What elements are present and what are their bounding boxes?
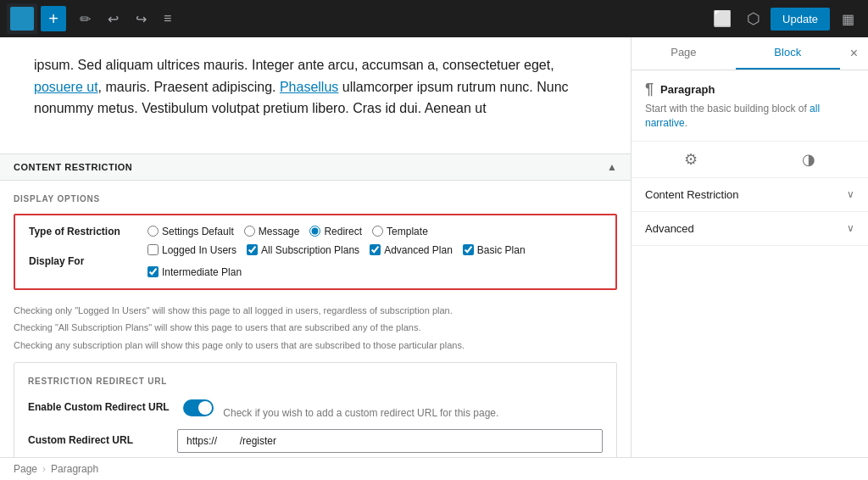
breadcrumb-page[interactable]: Page (14, 463, 37, 475)
enable-redirect-toggle[interactable] (183, 399, 214, 416)
redirect-section: RESTRICTION REDIRECT URL Enable Custom R… (14, 362, 617, 457)
contrast-icon-button[interactable]: ◑ (750, 142, 869, 177)
tab-block[interactable]: Block (736, 37, 840, 70)
type-of-restriction-radio-group: Settings Default Message Redirect Templa… (147, 226, 428, 237)
enable-redirect-note: Check if you wish to add a custom redire… (223, 407, 498, 419)
content-restriction-header[interactable]: CONTENT RESTRICTION ▲ (0, 154, 631, 181)
accordion-content-restriction-label: Content Restriction (645, 188, 739, 201)
sidebar-panel: Page Block × ¶ Paragraph Start with the … (631, 37, 868, 457)
accordion-advanced: Advanced ∨ (632, 212, 868, 246)
type-of-restriction-label: Type of Restriction (29, 226, 147, 237)
accordion-advanced-label: Advanced (645, 222, 694, 235)
panel-icon-row: ⚙ ◑ (632, 142, 868, 178)
checkbox-logged-in[interactable]: Logged In Users (147, 244, 236, 256)
tab-page[interactable]: Page (632, 37, 736, 70)
editor-area[interactable]: ipsum. Sed aliquam ultrices mauris. Inte… (0, 37, 631, 457)
undo-button[interactable]: ↩ (101, 6, 125, 32)
custom-url-note: Add a URL where you wish to redirect use… (177, 456, 603, 457)
enable-redirect-row: Enable Custom Redirect URL Check if you … (28, 396, 603, 419)
breadcrumb-bar: Page › Paragraph (0, 457, 868, 480)
site-logo (7, 3, 37, 34)
main-layout: ipsum. Sed aliquam ultrices mauris. Inte… (0, 37, 868, 457)
panel-tabs: Page Block × (632, 37, 868, 70)
share-button[interactable]: ⬡ (742, 4, 765, 33)
breadcrumb-paragraph[interactable]: Paragraph (51, 463, 98, 475)
checkbox-advanced-plan[interactable]: Advanced Plan (370, 244, 453, 256)
paragraph-icon: ¶ (645, 81, 654, 98)
editor-paragraph: ipsum. Sed aliquam ultrices mauris. Inte… (34, 54, 597, 120)
custom-url-content: Add a URL where you wish to redirect use… (177, 429, 603, 457)
link-phasellus[interactable]: Phasellus (280, 80, 338, 94)
type-of-restriction-row: Type of Restriction Settings Default Mes… (29, 226, 602, 237)
accordion-advanced-chevron: ∨ (847, 222, 854, 234)
accordion-advanced-header[interactable]: Advanced ∨ (632, 212, 868, 245)
info-text-3: Checking any subscription plan will show… (14, 338, 617, 353)
radio-message[interactable]: Message (244, 226, 300, 237)
update-button[interactable]: Update (771, 8, 830, 31)
enable-redirect-content: Check if you wish to add a custom redire… (183, 396, 603, 419)
add-block-button[interactable]: + (41, 6, 66, 31)
content-restriction-section: CONTENT RESTRICTION ▲ DISPLAY OPTIONS Ty… (0, 153, 631, 457)
content-restriction-body: DISPLAY OPTIONS Type of Restriction Sett… (0, 181, 631, 457)
view-button[interactable]: ⬜ (708, 4, 737, 33)
custom-url-label: Custom Redirect URL (28, 429, 164, 446)
display-for-checkbox-group: Logged In Users All Subscription Plans A… (147, 244, 602, 278)
panel-block-info: ¶ Paragraph Start with the basic buildin… (632, 70, 868, 142)
accordion-content-restriction: Content Restriction ∨ (632, 178, 868, 212)
editor-content: ipsum. Sed aliquam ultrices mauris. Inte… (0, 37, 631, 153)
info-text-1: Checking only "Logged In Users" will sho… (14, 304, 617, 318)
display-options-label: DISPLAY OPTIONS (14, 194, 617, 204)
accordion-content-restriction-header[interactable]: Content Restriction ∨ (632, 178, 868, 211)
panel-close-button[interactable]: × (840, 37, 868, 70)
paragraph-title: Paragraph (660, 83, 715, 96)
info-text-2: Checking "All Subscription Plans" will s… (14, 321, 617, 335)
pencil-icon-button[interactable]: ✏ (73, 6, 97, 32)
radio-settings-default[interactable]: Settings Default (147, 226, 234, 237)
link-posuere[interactable]: posuere ut (34, 80, 98, 94)
checkbox-all-plans[interactable]: All Subscription Plans (247, 244, 359, 256)
cr-chevron-icon: ▲ (607, 161, 617, 173)
toolbar: + ✏ ↩ ↪ ≡ ⬜ ⬡ Update ▦ (0, 0, 868, 37)
block-desc-link[interactable]: all narrative (645, 103, 820, 129)
display-for-label: Display For (29, 255, 147, 267)
redo-button[interactable]: ↪ (129, 6, 153, 32)
panel-block-title: ¶ Paragraph (645, 81, 854, 98)
custom-url-row: Custom Redirect URL Add a URL where you … (28, 429, 603, 457)
accordion-content-restriction-chevron: ∨ (847, 188, 854, 200)
display-for-row: Display For Logged In Users All Subscrip… (29, 244, 602, 278)
redirect-section-title: RESTRICTION REDIRECT URL (28, 377, 603, 386)
logo-icon (10, 7, 34, 31)
settings-icon-button[interactable]: ⚙ (632, 142, 750, 177)
checkbox-intermediate-plan[interactable]: Intermediate Plan (147, 266, 242, 278)
checkbox-basic-plan[interactable]: Basic Plan (463, 244, 526, 256)
list-view-button[interactable]: ≡ (157, 6, 178, 31)
panel-toggle-button[interactable]: ▦ (835, 6, 861, 32)
enable-redirect-label: Enable Custom Redirect URL (28, 396, 170, 413)
restriction-box: Type of Restriction Settings Default Mes… (14, 214, 617, 290)
custom-url-input[interactable] (177, 429, 603, 453)
panel-block-desc: Start with the basic building block of a… (645, 102, 854, 131)
content-restriction-title: CONTENT RESTRICTION (14, 162, 132, 172)
breadcrumb-separator: › (42, 463, 46, 475)
radio-redirect[interactable]: Redirect (309, 226, 362, 237)
toolbar-right: ⬜ ⬡ Update ▦ (708, 4, 861, 33)
radio-template[interactable]: Template (372, 226, 428, 237)
